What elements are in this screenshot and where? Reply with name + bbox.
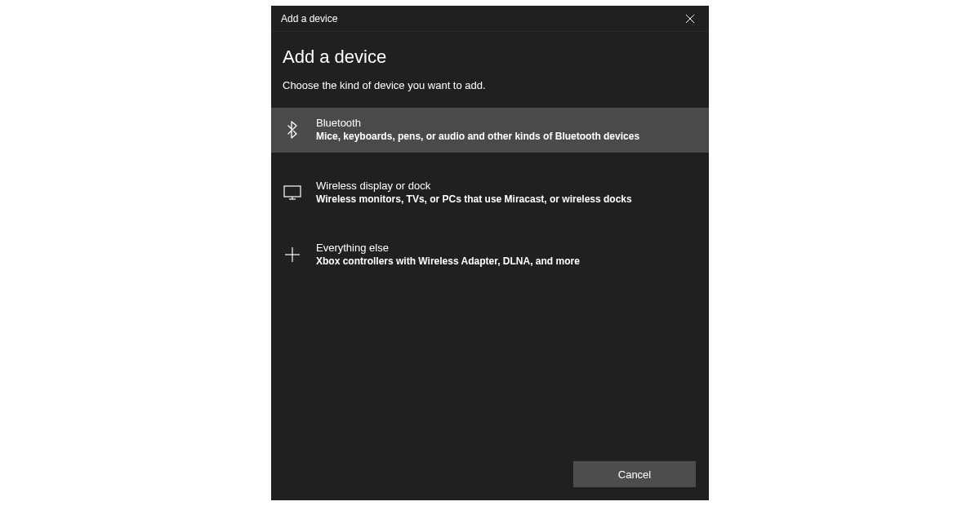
- dialog-footer: Cancel: [271, 451, 709, 500]
- monitor-icon: [283, 183, 302, 202]
- bluetooth-icon: [283, 120, 302, 140]
- dialog-title: Add a device: [283, 47, 697, 68]
- device-options-list: Bluetooth Mice, keyboards, pens, or audi…: [271, 108, 709, 277]
- add-device-dialog: Add a device Add a device Choose the kin…: [271, 6, 709, 500]
- option-wireless-display[interactable]: Wireless display or dock Wireless monito…: [271, 171, 709, 215]
- option-description: Wireless monitors, TVs, or PCs that use …: [316, 193, 632, 206]
- option-title: Everything else: [316, 242, 580, 254]
- option-description: Xbox controllers with Wireless Adapter, …: [316, 255, 580, 269]
- dialog-subtitle: Choose the kind of device you want to ad…: [283, 79, 697, 91]
- option-everything-else[interactable]: Everything else Xbox controllers with Wi…: [271, 233, 709, 277]
- cancel-button-label: Cancel: [618, 468, 651, 481]
- close-icon: [686, 15, 694, 23]
- option-bluetooth[interactable]: Bluetooth Mice, keyboards, pens, or audi…: [271, 108, 709, 153]
- titlebar: Add a device: [271, 6, 709, 32]
- plus-icon: [283, 245, 302, 264]
- option-title: Wireless display or dock: [316, 180, 632, 192]
- dialog-header: Add a device Choose the kind of device y…: [271, 32, 709, 98]
- option-title: Bluetooth: [316, 117, 639, 129]
- close-button[interactable]: [671, 6, 709, 32]
- svg-rect-2: [284, 186, 301, 197]
- option-text: Wireless display or dock Wireless monito…: [316, 180, 632, 206]
- option-description: Mice, keyboards, pens, or audio and othe…: [316, 131, 639, 144]
- option-text: Bluetooth Mice, keyboards, pens, or audi…: [316, 117, 639, 144]
- titlebar-text: Add a device: [281, 13, 337, 24]
- spacer: [271, 277, 709, 451]
- option-text: Everything else Xbox controllers with Wi…: [316, 242, 580, 269]
- cancel-button[interactable]: Cancel: [573, 461, 696, 487]
